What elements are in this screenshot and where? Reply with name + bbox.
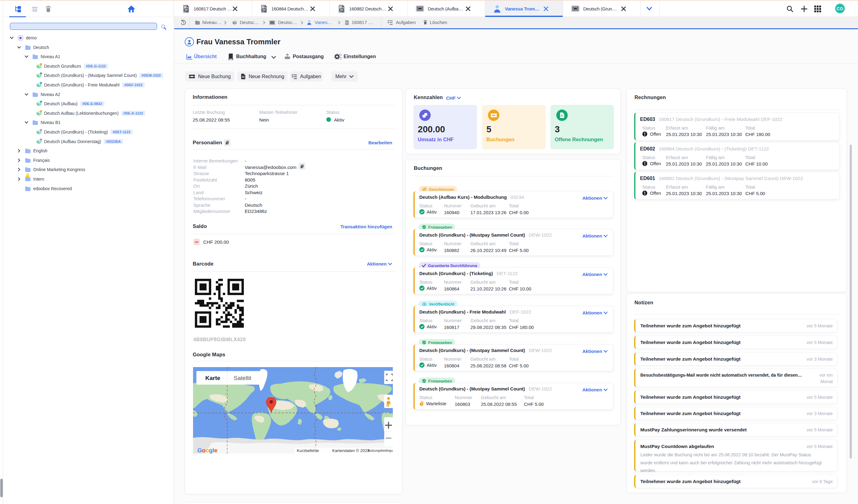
svg-text:Karte: Karte	[205, 375, 220, 381]
svg-text:Nutzungsbedingungen: Nutzungsbedingungen	[368, 449, 393, 452]
svg-text:Google: Google	[197, 447, 217, 454]
svg-text:Satellit: Satellit	[234, 375, 252, 381]
svg-text:Kartendaten © 2023: Kartendaten © 2023	[332, 448, 369, 453]
svg-text:Kurzbefehle: Kurzbefehle	[297, 448, 319, 453]
